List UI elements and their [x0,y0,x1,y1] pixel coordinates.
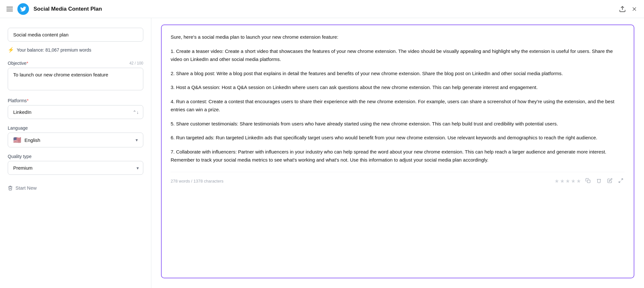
result-item-6: 6. Run targeted ads: Run targeted Linked… [171,134,625,142]
star-4[interactable]: ★ [571,178,575,184]
tool-name-input[interactable] [8,28,143,42]
language-chevron-icon: ▾ [136,137,138,143]
svg-rect-2 [6,11,13,11]
result-item-4: 4. Run a contest: Create a contest that … [171,97,625,114]
result-item-5: 5. Share customer testimonials: Share te… [171,120,625,128]
star-2[interactable]: ★ [560,178,564,184]
result-items: 1. Create a teaser video: Create a short… [171,47,625,156]
platforms-select[interactable]: LinkedIn Twitter Facebook Instagram [8,105,143,119]
language-value: English [24,137,132,143]
right-panel: Sure, here's a social media plan to laun… [151,18,644,288]
copy-button[interactable] [584,177,592,186]
word-count: 278 words / 1378 characters [171,179,223,184]
trash-icon [8,185,13,191]
header: Social Media Content Plan [0,0,644,18]
language-group: Language 🇺🇸 English ▾ [8,125,143,147]
balance-label: Your balance: 81,067 premium words [17,47,91,53]
svg-rect-0 [6,7,13,7]
expand-button[interactable] [617,177,625,186]
header-left: Social Media Content Plan [6,3,102,15]
result-item-2: 2. Share a blog post: Write a blog post … [171,69,625,78]
objective-label-row: Objective* 42 / 100 [8,61,143,66]
star-5[interactable]: ★ [576,178,581,184]
flag-icon: 🇺🇸 [13,136,21,144]
header-right [619,5,638,13]
quality-label: Quality type [8,154,32,159]
result-closing: Remember to track your social media metr… [171,156,625,164]
platforms-label: Platforms* [8,98,29,103]
char-count: 42 / 100 [129,61,143,65]
page-title: Social Media Content Plan [33,6,102,12]
result-intro: Sure, here's a social media plan to laun… [171,33,625,41]
result-item-7: 7. Collaborate with influencers: Partner… [171,148,625,156]
quality-select[interactable]: Premium Standard [8,161,143,175]
objective-group: Objective* 42 / 100 To launch our new ch… [8,61,143,92]
result-actions: ★ ★ ★ ★ ★ [554,177,625,186]
platforms-select-wrapper: LinkedIn Twitter Facebook Instagram ⌃↓ [8,105,143,119]
close-button[interactable] [631,6,638,12]
balance-row: ⚡ Your balance: 81,067 premium words [8,47,143,53]
start-new-label: Start New [15,185,37,191]
result-footer: 278 words / 1378 characters ★ ★ ★ ★ ★ [171,172,625,186]
result-item-3: 3. Host a Q&A session: Host a Q&A sessio… [171,83,625,92]
result-text: Sure, here's a social media plan to laun… [171,33,625,164]
left-panel: ⚡ Your balance: 81,067 premium words Obj… [0,18,151,288]
svg-rect-6 [587,180,590,183]
edit-button[interactable] [606,177,614,186]
result-card: Sure, here's a social media plan to laun… [161,25,634,278]
svg-line-8 [619,181,620,183]
objective-label: Objective* [8,61,28,66]
lightning-icon: ⚡ [8,47,14,53]
quality-label-row: Quality type [8,154,143,159]
menu-button[interactable] [6,6,13,12]
language-label-row: Language [8,125,143,131]
star-1[interactable]: ★ [554,178,559,184]
quality-select-wrapper: Premium Standard ▾ [8,161,143,175]
platforms-label-row: Platforms* [8,98,143,103]
svg-rect-1 [6,9,13,9]
platforms-required-star: * [27,98,28,103]
twitter-logo [17,3,29,15]
svg-line-7 [621,179,623,180]
delete-button[interactable] [595,177,603,186]
quality-group: Quality type Premium Standard ▾ [8,154,143,175]
language-label: Language [8,125,28,131]
required-star: * [26,61,28,66]
main-layout: ⚡ Your balance: 81,067 premium words Obj… [0,18,644,288]
star-3[interactable]: ★ [565,178,570,184]
objective-textarea[interactable]: To launch our new chrome extension featu… [8,68,143,90]
star-rating[interactable]: ★ ★ ★ ★ ★ [554,178,581,184]
language-select[interactable]: 🇺🇸 English ▾ [8,133,143,147]
start-new-button[interactable]: Start New [8,183,37,193]
upload-button[interactable] [619,5,626,13]
result-item-1: 1. Create a teaser video: Create a short… [171,47,625,64]
platforms-group: Platforms* LinkedIn Twitter Facebook Ins… [8,98,143,119]
